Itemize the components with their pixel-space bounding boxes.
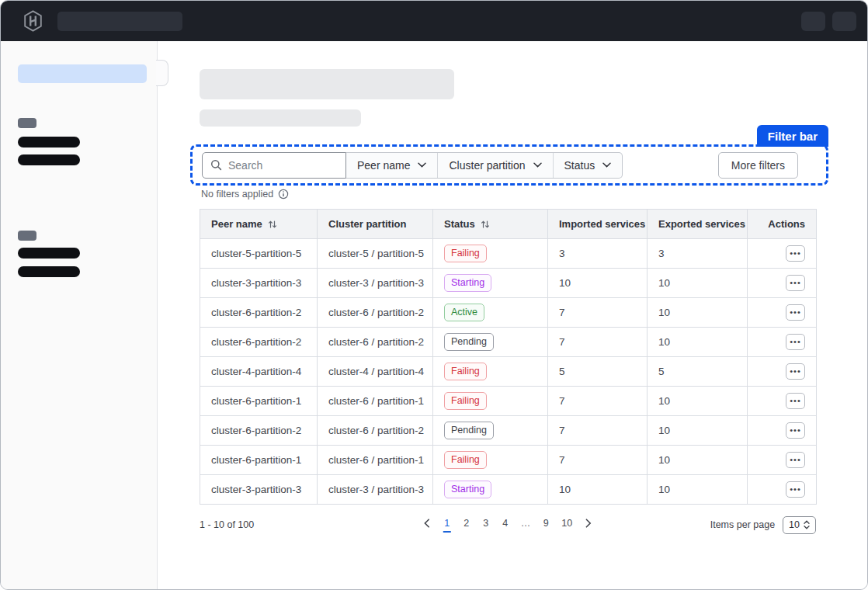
navbar-action-placeholder-1 <box>801 12 825 31</box>
column-header-status[interactable]: Status <box>433 210 548 239</box>
row-actions-button[interactable]: ••• <box>786 334 805 350</box>
filter-dropdown-cluster-partition[interactable]: Cluster partition <box>437 153 552 178</box>
main-content: Filter bar Peer name Cluster partition <box>158 41 867 590</box>
column-header-peer-name[interactable]: Peer name <box>200 210 318 239</box>
hashicorp-logo-icon <box>23 10 43 32</box>
row-actions-button[interactable]: ••• <box>786 275 805 291</box>
cell-actions: ••• <box>748 328 817 357</box>
cell-actions: ••• <box>748 357 817 387</box>
cell-cluster-partition: cluster-5 / partition-5 <box>318 239 433 269</box>
status-badge: Failing <box>444 363 487 381</box>
peers-table: Peer name Cluster partition Status Impor… <box>200 209 817 505</box>
row-actions-button[interactable]: ••• <box>786 363 805 380</box>
row-actions-button[interactable]: ••• <box>786 452 805 468</box>
filter-dropdown-status-label: Status <box>564 159 595 172</box>
search-input[interactable] <box>228 159 321 172</box>
cell-peer-name: cluster-6-partition-1 <box>200 446 318 475</box>
cell-imported-services: 5 <box>548 357 648 387</box>
cell-peer-name: cluster-6-partition-2 <box>200 298 318 328</box>
cell-peer-name: cluster-3-partition-3 <box>200 475 318 505</box>
cell-actions: ••• <box>748 269 817 298</box>
cell-status: Starting <box>433 475 548 505</box>
pagination-page-10[interactable]: 10 <box>561 518 572 533</box>
no-filters-text: No filters applied <box>201 189 273 200</box>
pagination-page-9[interactable]: 9 <box>542 518 550 533</box>
info-icon[interactable] <box>278 189 289 200</box>
sidebar-nav-item-placeholder-4 <box>18 266 80 277</box>
pagination-page-1[interactable]: 1 <box>443 518 451 533</box>
pagination-page-2[interactable]: 2 <box>463 518 470 533</box>
status-badge: Active <box>444 304 484 322</box>
chevron-left-icon <box>424 519 430 528</box>
column-header-exported-services: Exported services <box>648 210 748 239</box>
items-per-page: Items per page 10 <box>710 516 816 534</box>
cell-imported-services: 10 <box>548 269 648 298</box>
row-actions-button[interactable]: ••• <box>786 422 805 439</box>
cell-cluster-partition: cluster-6 / partition-2 <box>318 298 433 328</box>
cell-exported-services: 10 <box>648 269 748 298</box>
sort-icon <box>481 220 490 229</box>
sidebar-nav-item-placeholder-1 <box>18 137 80 148</box>
navbar-action-placeholder-2 <box>832 12 856 31</box>
pagination-ellipsis: … <box>521 518 531 533</box>
column-header-imported-services: Imported services <box>548 210 648 239</box>
status-badge: Pending <box>444 422 494 440</box>
cell-cluster-partition: cluster-6 / partition-2 <box>318 328 433 357</box>
pagination-bar: 1 - 10 of 100 1234…910 Items per page 10 <box>200 513 816 536</box>
navbar-search-placeholder <box>57 12 182 31</box>
cell-status: Active <box>433 298 548 328</box>
app-window: Filter bar Peer name Cluster partition <box>0 0 868 590</box>
cell-peer-name: cluster-6-partition-1 <box>200 387 318 416</box>
table-body: cluster-5-partition-5 cluster-5 / partit… <box>200 239 817 505</box>
table-row: cluster-6-partition-2 cluster-6 / partit… <box>200 328 817 357</box>
items-per-page-value: 10 <box>789 519 800 530</box>
cell-exported-services: 10 <box>648 298 748 328</box>
cell-peer-name: cluster-4-partition-4 <box>200 357 318 387</box>
cell-imported-services: 10 <box>548 475 648 505</box>
cell-status: Failing <box>433 446 548 475</box>
cell-actions: ••• <box>748 446 817 475</box>
page-title-placeholder <box>200 69 454 99</box>
filter-dropdown-peer-name-label: Peer name <box>357 159 410 172</box>
pagination-summary: 1 - 10 of 100 <box>200 519 254 530</box>
filter-dropdown-peer-name[interactable]: Peer name <box>346 153 437 178</box>
row-actions-button[interactable]: ••• <box>786 481 805 498</box>
more-filters-button[interactable]: More filters <box>718 152 798 179</box>
row-actions-button[interactable]: ••• <box>786 304 805 321</box>
sidebar-nav-item-placeholder-2 <box>18 154 80 165</box>
cell-cluster-partition: cluster-6 / partition-1 <box>318 387 433 416</box>
pagination-page-4[interactable]: 4 <box>502 518 509 533</box>
table-header-row: Peer name Cluster partition Status Impor… <box>200 210 817 239</box>
pagination-prev-button[interactable] <box>422 519 432 531</box>
pagination-page-3[interactable]: 3 <box>482 518 490 533</box>
filter-bar: Filter bar Peer name Cluster partition <box>190 144 828 186</box>
search-input-wrapper <box>202 152 346 179</box>
cell-actions: ••• <box>748 416 817 446</box>
pagination-pages: 1234…910 <box>422 518 593 533</box>
cell-status: Failing <box>433 239 548 269</box>
chevron-right-icon <box>585 519 592 528</box>
status-badge: Failing <box>444 245 487 263</box>
row-actions-button[interactable]: ••• <box>786 245 805 262</box>
cell-exported-services: 10 <box>648 475 748 505</box>
cell-imported-services: 3 <box>548 239 648 269</box>
cell-exported-services: 10 <box>648 387 748 416</box>
cell-cluster-partition: cluster-4 / partition-4 <box>318 357 433 387</box>
filters-status-line: No filters applied <box>201 189 289 200</box>
status-badge: Failing <box>444 451 487 470</box>
table-row: cluster-4-partition-4 cluster-4 / partit… <box>200 357 817 387</box>
search-icon <box>210 159 222 171</box>
filter-dropdown-status[interactable]: Status <box>553 153 623 178</box>
cell-peer-name: cluster-5-partition-5 <box>200 239 318 269</box>
items-per-page-select[interactable]: 10 <box>783 516 816 534</box>
cell-actions: ••• <box>748 475 817 505</box>
sidebar <box>1 41 158 590</box>
table-row: cluster-6-partition-2 cluster-6 / partit… <box>200 416 817 446</box>
status-badge: Starting <box>444 481 491 499</box>
table-row: cluster-6-partition-1 cluster-6 / partit… <box>200 446 817 475</box>
cell-actions: ••• <box>748 387 817 416</box>
status-badge: Failing <box>444 392 487 411</box>
cell-cluster-partition: cluster-3 / partition-3 <box>318 269 433 298</box>
pagination-next-button[interactable] <box>584 519 593 531</box>
row-actions-button[interactable]: ••• <box>786 393 805 409</box>
